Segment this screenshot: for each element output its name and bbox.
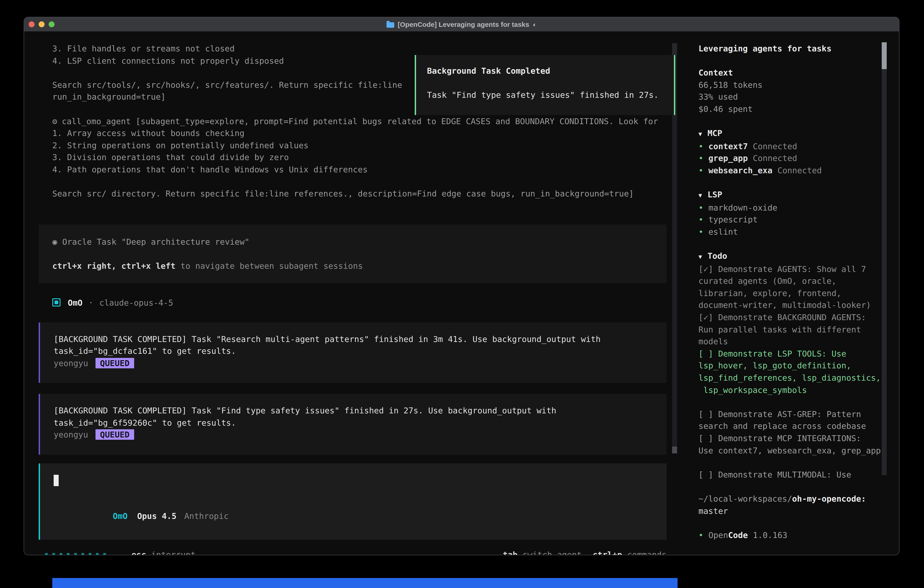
session-sidebar: Leveraging agents for tasks Context 66,5… (698, 31, 882, 542)
mcp-item: •websearch_exaConnected (698, 165, 882, 177)
model-status-line: OmOOpus 4.5Anthropic (40, 498, 667, 535)
agent-checkbox-icon (52, 298, 61, 307)
esc-key-hint: esc (131, 549, 146, 555)
close-button[interactable] (29, 21, 35, 27)
chevron-down-icon[interactable]: ▼ (698, 130, 702, 137)
lsp-section-header[interactable]: ▼LSP (698, 189, 882, 202)
oracle-task-title: ◉Oracle Task "Deep architecture review" (39, 236, 667, 248)
half-moon-icon: ◐ (533, 21, 537, 28)
sidebar-scrollbar-track (882, 69, 887, 475)
blank-line (40, 486, 667, 498)
version-number: 1.0.163 (753, 530, 787, 540)
lsp-item: •eslint (698, 226, 882, 238)
sidebar-scrollbar-thumb[interactable] (882, 42, 887, 69)
toast-body: Task "Find type safety issues" finished … (427, 89, 674, 101)
toast-title: Background Task Completed (427, 65, 674, 77)
main-scrollbar-thumb[interactable] (672, 447, 677, 453)
todo-line: [ ] Demonstrate AST-GREP: Pattern (698, 408, 882, 420)
mcp-item: •grep_appConnected (698, 153, 882, 165)
todo-section-header[interactable]: ▼Todo (698, 250, 882, 263)
todo-line-active: lsp_find_references, lsp_diagnostics, (698, 372, 882, 384)
desktop: [OpenCode] Leveraging agents for tasks ◐… (0, 0, 924, 588)
tab-key-hint: tab (503, 549, 518, 555)
context-heading: Context (698, 67, 882, 79)
todo-line: curated agents (OmO, oracle, (698, 275, 882, 287)
status-dot-icon: • (698, 154, 703, 163)
agent-model: claude-opus-4-5 (99, 297, 173, 307)
blank-line (39, 248, 667, 260)
oracle-task-panel: ◉Oracle Task "Deep architecture review" … (39, 225, 667, 283)
tool-call-tail-line: Search src/ directory. Return specific f… (24, 188, 679, 200)
blank-line (698, 177, 882, 189)
window-title: [OpenCode] Leveraging agents for tasks (398, 20, 529, 28)
todo-line: models (698, 336, 882, 348)
background-task-toast: Background Task Completed Task "Find typ… (415, 55, 675, 115)
message-line: task_id="bg_6f59260c" to get results. (40, 417, 667, 429)
minimize-button[interactable] (39, 21, 45, 27)
status-dot-icon: • (698, 530, 703, 540)
todo-line-active: [ ] Demonstrate LSP TOOLS: Use (698, 348, 882, 360)
todo-line: [✓] Demonstrate AGENTS: Show all 7 (698, 263, 882, 275)
input-line[interactable] (40, 474, 667, 486)
blank-line (698, 481, 882, 493)
ctrlp-key-hint: ctrl+p (593, 549, 622, 555)
text-cursor (54, 474, 59, 486)
todo-line: librarian, explore, frontend, (698, 287, 882, 299)
active-agent: OmO (113, 511, 127, 521)
status-dot-icon: • (698, 215, 703, 225)
queued-badge: QUEUED (96, 429, 134, 440)
git-branch: master (698, 505, 882, 517)
tool-call-list-line: 1. Array access without bounds checking (24, 127, 679, 139)
todo-line: [✓] Demonstrate BACKGROUND AGENTS: (698, 312, 882, 324)
main-scrollbar-top-segment (672, 43, 677, 55)
tool-call-list-line: 2. String operations on potentially unde… (24, 140, 679, 152)
workspace-path: ~/local-workspaces/oh-my-opencode: (698, 493, 882, 505)
model-provider: Anthropic (185, 511, 229, 521)
message-meta: yeongyuQUEUED (40, 429, 667, 441)
status-dot-icon: • (698, 227, 703, 236)
blank-line (698, 55, 882, 67)
message-line: task_id="bg_dcfac161" to get results. (40, 345, 667, 357)
todo-line: [ ] Demonstrate MULTIMODAL: Use (698, 469, 882, 481)
context-used: 33% used (698, 91, 882, 103)
blank-line (698, 396, 882, 408)
todo-line-active: lsp_hover, lsp_goto_definition, (698, 360, 882, 372)
active-model: Opus 4.5 (137, 511, 177, 521)
gear-icon: ⚙ (52, 116, 57, 126)
status-dot-icon: • (698, 203, 703, 212)
background-task-message: [BACKGROUND TASK COMPLETED] Task "Find t… (39, 394, 667, 455)
status-bar-right: tab switch agent ctrl+p commands (503, 549, 667, 555)
blank-line (427, 77, 674, 89)
esc-key-label: interrupt (151, 549, 196, 555)
chevron-down-icon[interactable]: ▼ (698, 192, 702, 199)
traffic-lights (29, 17, 54, 31)
tool-call-text: call_omo_agent [subagent_type=explore, p… (62, 116, 658, 126)
window-titlebar[interactable]: [OpenCode] Leveraging agents for tasks ◐ (24, 17, 899, 32)
agent-session-header[interactable]: OmO · claude-opus-4-5 (52, 296, 679, 309)
oracle-task-hint: ctrl+x right, ctrl+x leftto navigate bet… (39, 260, 667, 272)
desktop-highlight-bar (52, 578, 678, 588)
todo-line-active: lsp_workspace_symbols (698, 384, 882, 396)
mcp-item: •context7Connected (698, 140, 882, 153)
status-dot-icon: • (698, 165, 703, 175)
todo-line: Use context7, websearch_exa, grep_app (698, 444, 882, 457)
tool-call-line: ⚙call_omo_agent [subagent_type=explore, … (24, 115, 679, 127)
terminal-content: 3. File handles or streams not closed 4.… (24, 31, 899, 555)
scrollback-line: 3. File handles or streams not closed (24, 43, 679, 55)
message-line: [BACKGROUND TASK COMPLETED] Task "Find t… (40, 405, 667, 417)
blank-line (698, 238, 882, 250)
zoom-button[interactable] (49, 21, 54, 27)
chevron-down-icon[interactable]: ▼ (698, 253, 702, 260)
lsp-item: •typescript (698, 214, 882, 226)
blank-line (698, 517, 882, 529)
mcp-section-header[interactable]: ▼MCP (698, 127, 882, 140)
status-bar: esc interrupt tab switch agent ctrl+p co… (24, 549, 667, 555)
status-dot-icon: • (698, 141, 703, 151)
blank-line (698, 457, 882, 469)
lsp-item: •markdown-oxide (698, 202, 882, 214)
sidebar-session-title: Leveraging agents for tasks (698, 43, 882, 55)
prompt-input-area[interactable]: OmOOpus 4.5Anthropic (39, 463, 667, 540)
ctrlp-key-label: commands (627, 549, 667, 555)
username: yeongyu (54, 430, 88, 439)
fisheye-icon: ◉ (52, 237, 57, 246)
